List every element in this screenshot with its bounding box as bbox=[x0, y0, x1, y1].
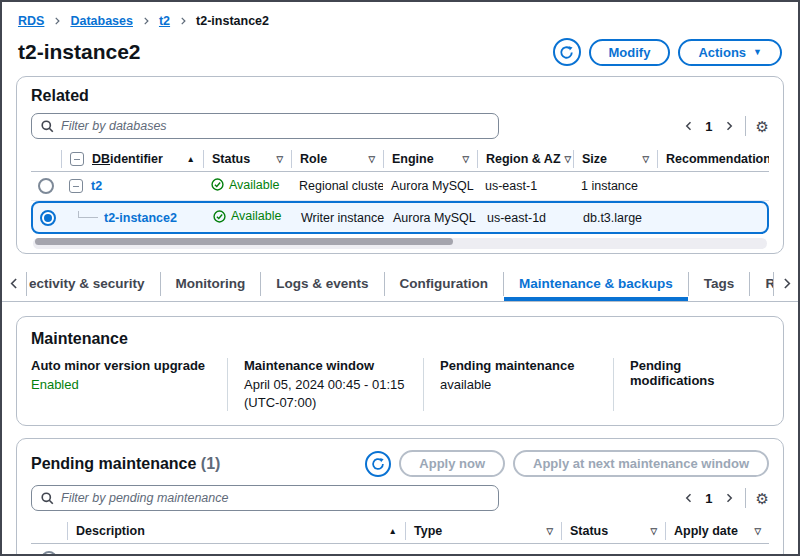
apply-now-button[interactable]: Apply now bbox=[399, 450, 505, 477]
detail-tabs: ectivity & security Monitoring Logs & ev… bbox=[2, 266, 798, 302]
related-filter-input[interactable] bbox=[61, 119, 489, 133]
tab-configuration[interactable]: Configuration bbox=[385, 266, 503, 301]
column-header-role[interactable]: Role▽ bbox=[291, 150, 383, 168]
refresh-icon bbox=[371, 457, 385, 471]
horizontal-scrollbar[interactable] bbox=[33, 238, 767, 249]
refresh-button[interactable] bbox=[553, 38, 581, 66]
gear-icon[interactable]: ⚙ bbox=[756, 119, 769, 134]
pending-maintenance-value: available bbox=[440, 376, 597, 394]
page-number[interactable]: 1 bbox=[705, 119, 712, 134]
page-previous-icon[interactable] bbox=[683, 120, 695, 132]
scrollbar-thumb[interactable] bbox=[35, 238, 453, 245]
tab-tags[interactable]: Tags bbox=[689, 266, 750, 301]
column-header-status[interactable]: Status▽ bbox=[561, 522, 665, 540]
page-number[interactable]: 1 bbox=[705, 491, 712, 506]
tree-connector bbox=[78, 211, 98, 218]
gear-icon[interactable]: ⚙ bbox=[756, 491, 769, 506]
pending-table-row[interactable]: New Operating System patch is available … bbox=[31, 544, 769, 556]
sort-icon[interactable]: ▽ bbox=[754, 526, 761, 536]
engine-cell: Aurora MySQL bbox=[385, 211, 479, 225]
apply-next-window-button[interactable]: Apply at next maintenance window bbox=[513, 450, 769, 477]
breadcrumb: RDS Databases t2 t2-instance2 bbox=[2, 2, 798, 28]
related-title: Related bbox=[31, 87, 769, 105]
row-radio[interactable] bbox=[41, 551, 57, 556]
page-header: t2-instance2 Modify Actions ▼ bbox=[2, 28, 798, 70]
related-panel: Related 1 ⚙ DBidentifier bbox=[16, 76, 784, 254]
sort-icon[interactable]: ▽ bbox=[642, 154, 649, 164]
page-next-icon[interactable] bbox=[723, 492, 735, 504]
tab-recommendations[interactable]: Recommendat bbox=[750, 266, 773, 301]
sort-icon[interactable]: ▽ bbox=[276, 154, 283, 164]
breadcrumb-link-rds[interactable]: RDS bbox=[18, 14, 44, 28]
pending-maintenance-panel: Pending maintenance (1) Apply now Apply … bbox=[16, 438, 784, 556]
status-cell: available bbox=[561, 552, 665, 556]
pending-table-header: Description▲ Type▽ Status▽ Apply date▽ bbox=[31, 519, 769, 544]
engine-cell: Aurora MySQL bbox=[383, 179, 477, 193]
tabs-scroll-left-icon[interactable] bbox=[2, 266, 26, 301]
tab-logs-events[interactable]: Logs & events bbox=[261, 266, 383, 301]
table-row-instance-selected[interactable]: t2-instance2 Available Writer instance A… bbox=[31, 201, 769, 234]
modify-button[interactable]: Modify bbox=[589, 39, 671, 66]
sort-ascending-icon[interactable]: ▲ bbox=[187, 154, 195, 164]
table-row-cluster[interactable]: t2 Available Regional cluster Aurora MyS… bbox=[31, 172, 769, 201]
pending-count: (1) bbox=[201, 455, 221, 472]
instance-link[interactable]: t2-instance2 bbox=[104, 211, 177, 225]
column-header-type[interactable]: Type▽ bbox=[405, 522, 561, 540]
region-cell: us-east-1d bbox=[479, 211, 575, 225]
role-cell: Regional cluster bbox=[291, 179, 383, 193]
actions-button-label: Actions bbox=[698, 45, 746, 60]
collapse-row-icon[interactable] bbox=[69, 179, 83, 193]
tab-maintenance-backups[interactable]: Maintenance & backups bbox=[504, 266, 688, 301]
type-cell: system-update bbox=[405, 552, 561, 556]
breadcrumb-current: t2-instance2 bbox=[196, 14, 269, 28]
related-table-header: DBidentifier ▲ Status▽ Role▽ Engine▽ Reg… bbox=[31, 147, 769, 172]
sort-ascending-icon[interactable]: ▲ bbox=[389, 526, 397, 536]
search-icon bbox=[41, 492, 54, 505]
column-header-size[interactable]: Size▽ bbox=[573, 150, 657, 168]
sort-icon[interactable]: ▽ bbox=[368, 154, 375, 164]
search-icon bbox=[41, 120, 54, 133]
related-pagination: 1 ⚙ bbox=[683, 116, 769, 136]
tab-monitoring[interactable]: Monitoring bbox=[161, 266, 261, 301]
related-table: DBidentifier ▲ Status▽ Role▽ Engine▽ Reg… bbox=[31, 147, 769, 249]
related-filter-box bbox=[31, 113, 499, 139]
column-header-apply-date[interactable]: Apply date▽ bbox=[665, 522, 769, 540]
field-label: Maintenance window bbox=[244, 358, 407, 373]
column-header-description[interactable]: Description▲ bbox=[67, 522, 405, 540]
status-text: Available bbox=[231, 209, 282, 223]
column-header-region[interactable]: Region & AZ▽ bbox=[477, 150, 573, 168]
column-header-engine[interactable]: Engine▽ bbox=[383, 150, 477, 168]
cluster-link[interactable]: t2 bbox=[91, 179, 102, 193]
sort-icon[interactable]: ▽ bbox=[546, 526, 553, 536]
column-header-dbidentifier[interactable]: DBidentifier ▲ bbox=[61, 150, 203, 168]
field-label: Pending maintenance bbox=[440, 358, 597, 373]
column-header-status[interactable]: Status▽ bbox=[203, 150, 291, 168]
breadcrumb-link-cluster[interactable]: t2 bbox=[159, 14, 170, 28]
check-circle-icon bbox=[213, 210, 226, 223]
page-title: t2-instance2 bbox=[18, 40, 141, 64]
check-circle-icon bbox=[211, 178, 224, 191]
size-cell: 1 instance bbox=[573, 179, 657, 193]
apply-date-cell: - bbox=[665, 552, 769, 556]
collapse-all-icon[interactable] bbox=[70, 152, 84, 166]
page-next-icon[interactable] bbox=[723, 120, 735, 132]
sort-icon[interactable]: ▽ bbox=[565, 154, 572, 164]
sort-icon[interactable]: ▽ bbox=[462, 154, 469, 164]
tabs-scroll-right-icon[interactable] bbox=[774, 266, 798, 301]
auto-minor-upgrade-value: Enabled bbox=[31, 376, 211, 394]
page-previous-icon[interactable] bbox=[683, 492, 695, 504]
sort-icon[interactable]: ▽ bbox=[650, 526, 657, 536]
row-radio-checked[interactable] bbox=[40, 210, 56, 226]
breadcrumb-link-databases[interactable]: Databases bbox=[70, 14, 133, 28]
breadcrumb-separator-icon bbox=[52, 16, 62, 26]
pending-filter-input[interactable] bbox=[61, 491, 489, 505]
role-cell: Writer instance bbox=[293, 211, 385, 225]
description-cell: New Operating System patch is available bbox=[67, 552, 405, 556]
maintenance-panel: Maintenance Auto minor version upgrade E… bbox=[16, 316, 784, 426]
row-radio[interactable] bbox=[38, 178, 54, 194]
pending-refresh-button[interactable] bbox=[365, 451, 391, 477]
actions-button[interactable]: Actions ▼ bbox=[678, 39, 782, 66]
maintenance-window-value: April 05, 2024 00:45 - 01:15 (UTC-07:00) bbox=[244, 376, 407, 411]
column-header-recommendations[interactable]: Recommendations▽ bbox=[657, 150, 769, 168]
tab-connectivity-security[interactable]: ectivity & security bbox=[27, 266, 160, 301]
